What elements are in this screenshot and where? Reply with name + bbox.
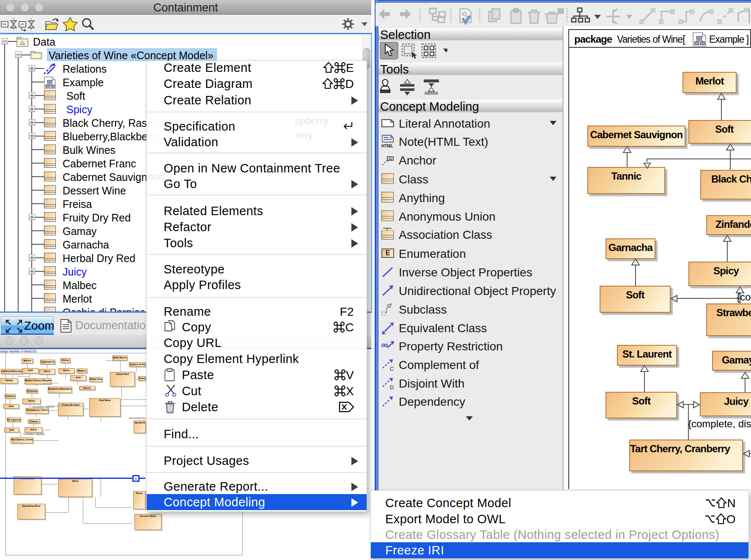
- svg-text:C: C: [390, 366, 394, 372]
- svg-text:D: D: [390, 384, 394, 390]
- svg-text:HTML: HTML: [381, 144, 393, 148]
